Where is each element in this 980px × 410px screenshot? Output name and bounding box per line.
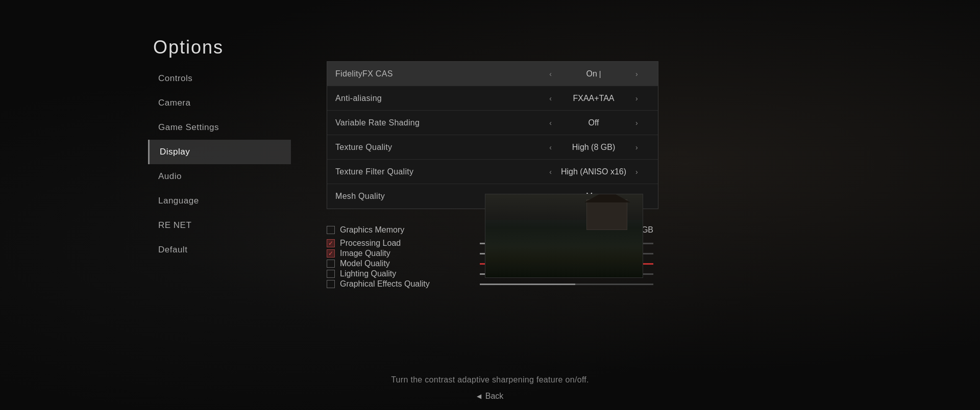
slider-checkbox-image-quality[interactable]: ✓ — [327, 249, 335, 258]
setting-value-anti-aliasing: FXAA+TAA — [558, 94, 629, 103]
slider-label-image-quality: Image Quality — [340, 249, 390, 258]
slider-label-area-image-quality: ✓Image Quality — [327, 249, 480, 258]
sidebar-item-game-settings[interactable]: Game Settings — [148, 115, 291, 140]
sidebar-item-audio[interactable]: Audio — [148, 164, 291, 189]
sidebar-item-re-net[interactable]: RE NET — [148, 213, 291, 238]
chevron-right-texture-filter-quality[interactable]: › — [635, 168, 638, 176]
setting-label-texture-filter-quality: Texture Filter Quality — [335, 167, 537, 176]
slider-label-lighting-quality: Lighting Quality — [340, 269, 396, 278]
bottom-description: Turn the contrast adaptive sharpening fe… — [0, 375, 980, 385]
graphics-memory-checkbox-area: Graphics Memory — [327, 225, 480, 235]
setting-value-variable-rate-shading: Off — [558, 118, 629, 127]
setting-value-area-variable-rate-shading: ‹Off› — [537, 118, 650, 127]
back-button[interactable]: ◀ Back — [477, 392, 504, 401]
checkbox-checkmark-processing-load: ✓ — [328, 240, 333, 247]
slider-label-area-model-quality: Model Quality — [327, 259, 480, 268]
sidebar: ControlsCameraGame SettingsDisplayAudioL… — [148, 66, 291, 262]
slider-fill-graphical-effects-quality — [480, 284, 575, 285]
checkbox-checkmark-image-quality: ✓ — [328, 250, 333, 257]
chevron-right-texture-quality[interactable]: › — [635, 143, 638, 151]
slider-label-area-processing-load: ✓Processing Load — [327, 239, 480, 248]
page-title: Options — [153, 37, 224, 58]
slider-checkbox-processing-load[interactable]: ✓ — [327, 239, 335, 247]
setting-label-variable-rate-shading: Variable Rate Shading — [335, 118, 537, 127]
setting-value-fidelityfx-cas: On| — [558, 69, 629, 79]
setting-row-texture-quality[interactable]: Texture Quality‹High (8 GB)› — [327, 135, 658, 160]
page-container: Options ControlsCameraGame SettingsDispl… — [0, 0, 980, 410]
sidebar-item-camera[interactable]: Camera — [148, 91, 291, 115]
settings-table: FidelityFX CAS‹On|›Anti-aliasing‹FXAA+TA… — [327, 61, 658, 209]
graphics-memory-checkbox[interactable] — [327, 226, 335, 234]
setting-row-fidelityfx-cas[interactable]: FidelityFX CAS‹On|› — [327, 62, 658, 86]
setting-row-anti-aliasing[interactable]: Anti-aliasing‹FXAA+TAA› — [327, 86, 658, 111]
setting-label-texture-quality: Texture Quality — [335, 143, 537, 152]
cursor-indicator: | — [599, 70, 601, 78]
setting-label-fidelityfx-cas: FidelityFX CAS — [335, 69, 537, 79]
slider-label-area-graphical-effects-quality: Graphical Effects Quality — [327, 279, 480, 289]
chevron-left-texture-filter-quality[interactable]: ‹ — [549, 168, 552, 176]
sidebar-item-display[interactable]: Display — [148, 140, 291, 164]
setting-row-texture-filter-quality[interactable]: Texture Filter Quality‹High (ANISO x16)› — [327, 160, 658, 184]
slider-checkbox-graphical-effects-quality[interactable] — [327, 280, 335, 288]
sidebar-item-controls[interactable]: Controls — [148, 66, 291, 91]
back-icon: ◀ — [477, 393, 481, 400]
chevron-left-texture-quality[interactable]: ‹ — [549, 143, 552, 151]
setting-value-area-anti-aliasing: ‹FXAA+TAA› — [537, 94, 650, 103]
setting-row-variable-rate-shading[interactable]: Variable Rate Shading‹Off› — [327, 111, 658, 135]
preview-container — [485, 194, 643, 278]
setting-value-area-texture-quality: ‹High (8 GB)› — [537, 143, 650, 152]
slider-checkbox-lighting-quality[interactable] — [327, 270, 335, 278]
slider-label-model-quality: Model Quality — [340, 259, 390, 268]
graphics-memory-label: Graphics Memory — [340, 225, 404, 235]
preview-image — [485, 194, 643, 277]
sidebar-item-default[interactable]: Default — [148, 238, 291, 262]
scene-trees — [485, 247, 643, 277]
setting-label-anti-aliasing: Anti-aliasing — [335, 94, 537, 103]
slider-checkbox-model-quality[interactable] — [327, 260, 335, 268]
slider-label-area-lighting-quality: Lighting Quality — [327, 269, 480, 278]
chevron-left-fidelityfx-cas[interactable]: ‹ — [549, 70, 552, 78]
setting-value-area-fidelityfx-cas: ‹On|› — [537, 69, 650, 79]
chevron-right-fidelityfx-cas[interactable]: › — [635, 70, 638, 78]
slider-label-graphical-effects-quality: Graphical Effects Quality — [340, 279, 430, 289]
setting-value-texture-filter-quality: High (ANISO x16) — [558, 167, 629, 176]
scene-house — [586, 199, 627, 230]
slider-row-graphical-effects-quality[interactable]: Graphical Effects Quality — [327, 279, 658, 289]
back-button-label: Back — [485, 392, 504, 401]
chevron-left-anti-aliasing[interactable]: ‹ — [549, 94, 552, 102]
slider-label-processing-load: Processing Load — [340, 239, 401, 248]
chevron-right-anti-aliasing[interactable]: › — [635, 94, 638, 102]
slider-track-graphical-effects-quality — [480, 284, 653, 285]
slider-track-area-graphical-effects-quality[interactable] — [480, 281, 658, 287]
sidebar-item-language[interactable]: Language — [148, 189, 291, 213]
chevron-left-variable-rate-shading[interactable]: ‹ — [549, 119, 552, 127]
setting-value-texture-quality: High (8 GB) — [558, 143, 629, 152]
setting-value-area-texture-filter-quality: ‹High (ANISO x16)› — [537, 167, 650, 176]
chevron-right-variable-rate-shading[interactable]: › — [635, 119, 638, 127]
